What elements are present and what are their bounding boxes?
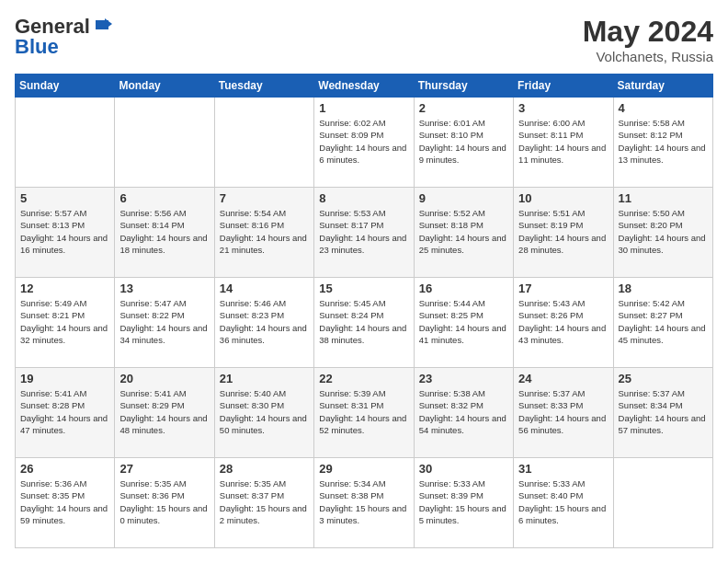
header-saturday: Saturday	[613, 75, 712, 98]
day-info: Sunrise: 5:58 AMSunset: 8:12 PMDaylight:…	[619, 117, 708, 166]
table-row	[115, 98, 214, 188]
logo-flag-icon	[92, 17, 112, 37]
day-info: Sunrise: 5:47 AMSunset: 8:22 PMDaylight:…	[119, 297, 209, 346]
day-info: Sunrise: 5:46 AMSunset: 8:23 PMDaylight:…	[220, 297, 309, 346]
day-number: 15	[319, 282, 408, 295]
day-number: 16	[419, 282, 508, 295]
day-number: 14	[220, 282, 309, 295]
month-year: May 2024	[583, 15, 713, 49]
day-info: Sunrise: 5:36 AMSunset: 8:35 PMDaylight:…	[20, 477, 109, 526]
table-row: 25 Sunrise: 5:37 AMSunset: 8:34 PMDaylig…	[613, 368, 712, 458]
day-info: Sunrise: 5:35 AMSunset: 8:37 PMDaylight:…	[220, 477, 309, 526]
day-info: Sunrise: 5:37 AMSunset: 8:34 PMDaylight:…	[619, 387, 708, 436]
header-wednesday: Wednesday	[314, 75, 414, 98]
weekday-header-row: Sunday Monday Tuesday Wednesday Thursday…	[16, 75, 713, 98]
table-row: 9 Sunrise: 5:52 AMSunset: 8:18 PMDayligh…	[414, 188, 513, 278]
table-row: 14 Sunrise: 5:46 AMSunset: 8:23 PMDaylig…	[214, 278, 313, 368]
header-friday: Friday	[514, 75, 613, 98]
table-row: 17 Sunrise: 5:43 AMSunset: 8:26 PMDaylig…	[514, 278, 613, 368]
day-info: Sunrise: 5:40 AMSunset: 8:30 PMDaylight:…	[220, 387, 309, 436]
day-info: Sunrise: 5:49 AMSunset: 8:21 PMDaylight:…	[20, 297, 109, 346]
table-row: 3 Sunrise: 6:00 AMSunset: 8:11 PMDayligh…	[514, 98, 613, 188]
day-info: Sunrise: 5:33 AMSunset: 8:40 PMDaylight:…	[518, 477, 608, 526]
header: General Blue May 2024 Volchanets, Russia	[15, 15, 713, 64]
table-row: 23 Sunrise: 5:38 AMSunset: 8:32 PMDaylig…	[414, 368, 513, 458]
location: Volchanets, Russia	[583, 49, 713, 64]
day-info: Sunrise: 5:38 AMSunset: 8:32 PMDaylight:…	[419, 387, 508, 436]
day-number: 11	[619, 191, 708, 205]
table-row: 19 Sunrise: 5:41 AMSunset: 8:28 PMDaylig…	[16, 368, 115, 458]
day-info: Sunrise: 5:51 AMSunset: 8:19 PMDaylight:…	[518, 207, 608, 256]
calendar-table: Sunday Monday Tuesday Wednesday Thursday…	[15, 74, 713, 548]
day-info: Sunrise: 5:57 AMSunset: 8:13 PMDaylight:…	[20, 207, 109, 256]
day-info: Sunrise: 5:56 AMSunset: 8:14 PMDaylight:…	[119, 207, 209, 256]
page: General Blue May 2024 Volchanets, Russia…	[0, 0, 728, 563]
table-row: 29 Sunrise: 5:34 AMSunset: 8:38 PMDaylig…	[314, 458, 414, 548]
day-info: Sunrise: 5:41 AMSunset: 8:29 PMDaylight:…	[119, 387, 209, 436]
day-info: Sunrise: 5:52 AMSunset: 8:18 PMDaylight:…	[419, 207, 508, 256]
table-row: 15 Sunrise: 5:45 AMSunset: 8:24 PMDaylig…	[314, 278, 414, 368]
table-row: 10 Sunrise: 5:51 AMSunset: 8:19 PMDaylig…	[514, 188, 613, 278]
table-row: 26 Sunrise: 5:36 AMSunset: 8:35 PMDaylig…	[16, 458, 115, 548]
day-number: 18	[619, 282, 708, 295]
day-number: 13	[119, 282, 209, 295]
table-row: 11 Sunrise: 5:50 AMSunset: 8:20 PMDaylig…	[613, 188, 712, 278]
day-info: Sunrise: 5:39 AMSunset: 8:31 PMDaylight:…	[319, 387, 408, 436]
day-info: Sunrise: 5:50 AMSunset: 8:20 PMDaylight:…	[619, 207, 708, 256]
day-number: 9	[419, 191, 508, 205]
table-row: 27 Sunrise: 5:35 AMSunset: 8:36 PMDaylig…	[115, 458, 214, 548]
header-monday: Monday	[115, 75, 214, 98]
day-number: 23	[419, 372, 508, 385]
table-row: 21 Sunrise: 5:40 AMSunset: 8:30 PMDaylig…	[214, 368, 313, 458]
day-number: 17	[518, 282, 608, 295]
table-row	[613, 458, 712, 548]
table-row: 24 Sunrise: 5:37 AMSunset: 8:33 PMDaylig…	[514, 368, 613, 458]
day-number: 29	[319, 462, 408, 476]
table-row: 5 Sunrise: 5:57 AMSunset: 8:13 PMDayligh…	[16, 188, 115, 278]
table-row	[214, 98, 313, 188]
day-info: Sunrise: 6:01 AMSunset: 8:10 PMDaylight:…	[419, 117, 508, 166]
day-number: 7	[220, 191, 309, 205]
day-number: 30	[419, 462, 508, 476]
day-info: Sunrise: 5:37 AMSunset: 8:33 PMDaylight:…	[518, 387, 608, 436]
table-row: 4 Sunrise: 5:58 AMSunset: 8:12 PMDayligh…	[613, 98, 712, 188]
day-number: 5	[20, 191, 109, 205]
day-number: 2	[419, 101, 508, 115]
table-row: 20 Sunrise: 5:41 AMSunset: 8:29 PMDaylig…	[115, 368, 214, 458]
table-row: 2 Sunrise: 6:01 AMSunset: 8:10 PMDayligh…	[414, 98, 513, 188]
day-info: Sunrise: 6:00 AMSunset: 8:11 PMDaylight:…	[518, 117, 608, 166]
header-sunday: Sunday	[16, 75, 115, 98]
table-row: 31 Sunrise: 5:33 AMSunset: 8:40 PMDaylig…	[514, 458, 613, 548]
calendar-week-row: 26 Sunrise: 5:36 AMSunset: 8:35 PMDaylig…	[16, 458, 713, 548]
day-info: Sunrise: 5:54 AMSunset: 8:16 PMDaylight:…	[220, 207, 309, 256]
calendar-week-row: 19 Sunrise: 5:41 AMSunset: 8:28 PMDaylig…	[16, 368, 713, 458]
day-number: 28	[220, 462, 309, 476]
title-block: May 2024 Volchanets, Russia	[583, 15, 713, 64]
table-row: 28 Sunrise: 5:35 AMSunset: 8:37 PMDaylig…	[214, 458, 313, 548]
day-info: Sunrise: 5:43 AMSunset: 8:26 PMDaylight:…	[518, 297, 608, 346]
table-row	[16, 98, 115, 188]
calendar-week-row: 5 Sunrise: 5:57 AMSunset: 8:13 PMDayligh…	[16, 188, 713, 278]
logo: General Blue	[15, 15, 112, 59]
day-number: 3	[518, 101, 608, 115]
table-row: 30 Sunrise: 5:33 AMSunset: 8:39 PMDaylig…	[414, 458, 513, 548]
calendar-week-row: 12 Sunrise: 5:49 AMSunset: 8:21 PMDaylig…	[16, 278, 713, 368]
day-number: 26	[20, 462, 109, 476]
table-row: 7 Sunrise: 5:54 AMSunset: 8:16 PMDayligh…	[214, 188, 313, 278]
calendar-week-row: 1 Sunrise: 6:02 AMSunset: 8:09 PMDayligh…	[16, 98, 713, 188]
table-row: 18 Sunrise: 5:42 AMSunset: 8:27 PMDaylig…	[613, 278, 712, 368]
table-row: 12 Sunrise: 5:49 AMSunset: 8:21 PMDaylig…	[16, 278, 115, 368]
table-row: 16 Sunrise: 5:44 AMSunset: 8:25 PMDaylig…	[414, 278, 513, 368]
day-info: Sunrise: 5:41 AMSunset: 8:28 PMDaylight:…	[20, 387, 109, 436]
day-number: 31	[518, 462, 608, 476]
day-info: Sunrise: 5:53 AMSunset: 8:17 PMDaylight:…	[319, 207, 408, 256]
table-row: 13 Sunrise: 5:47 AMSunset: 8:22 PMDaylig…	[115, 278, 214, 368]
day-number: 19	[20, 372, 109, 385]
day-info: Sunrise: 6:02 AMSunset: 8:09 PMDaylight:…	[319, 117, 408, 166]
day-info: Sunrise: 5:44 AMSunset: 8:25 PMDaylight:…	[419, 297, 508, 346]
day-number: 8	[319, 191, 408, 205]
table-row: 22 Sunrise: 5:39 AMSunset: 8:31 PMDaylig…	[314, 368, 414, 458]
day-info: Sunrise: 5:42 AMSunset: 8:27 PMDaylight:…	[619, 297, 708, 346]
day-info: Sunrise: 5:34 AMSunset: 8:38 PMDaylight:…	[319, 477, 408, 526]
day-number: 24	[518, 372, 608, 385]
